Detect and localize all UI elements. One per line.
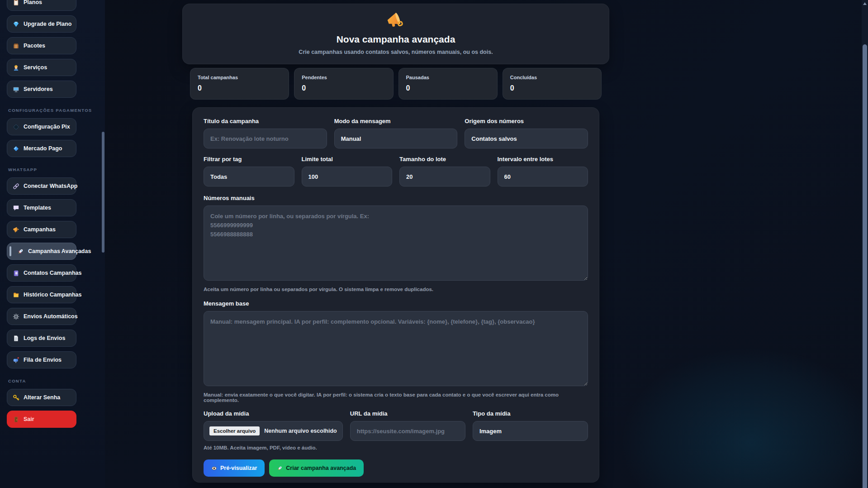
folder-icon (13, 292, 19, 298)
new-campaign-form: Título da campanha Modo da mensagem Manu… (192, 107, 599, 483)
sidebar-section-pagamentos: CONFIGURAÇÕES PAGAMENTOS (8, 108, 105, 113)
field-label: Título da campanha (204, 118, 327, 124)
app-root: { "colors": { "logout_red": "#dc2626", "… (0, 0, 868, 488)
rocket-icon (17, 248, 24, 255)
nav-item-label: Conectar WhatsApp (24, 183, 77, 189)
sidebar-scrollbar-thumb[interactable] (102, 132, 104, 253)
no-file-chosen-text: Nenhum arquivo escolhido (264, 428, 337, 434)
field-lote: Tamanho do lote (399, 156, 490, 187)
choose-file-button[interactable]: Escolher arquivo (209, 426, 260, 435)
batch-size-input[interactable] (399, 167, 490, 187)
preview-button-label: Pré-visualizar (220, 465, 257, 471)
stat-label: Pendentes (302, 75, 385, 80)
nav-item-label: Histórico Campanhas (24, 292, 82, 298)
megaphone-icon (386, 11, 405, 30)
sidebar-item-configuracao-pix[interactable]: Configuração Pix (7, 118, 76, 135)
message-mode-select[interactable]: Manual (334, 129, 458, 148)
stat-card-pendentes: Pendentes 0 (294, 68, 393, 100)
sidebar-item-logs-de-envios[interactable]: Logs de Envios (7, 330, 76, 347)
base-message-help: Manual: envia exatamente o que você digi… (204, 392, 588, 403)
stat-label: Pausadas (406, 75, 490, 80)
sidebar-item-fila-de-envios[interactable]: Fila de Envios (7, 351, 76, 368)
field-label: Tipo da mídia (473, 410, 588, 417)
field-label: Upload da mídia (204, 410, 343, 417)
nav-item-label: Campanhas (24, 226, 56, 233)
sidebar-item-templates[interactable]: Templates (7, 199, 76, 216)
base-message-textarea[interactable] (204, 311, 588, 386)
nav-item-label: Sair (24, 416, 34, 422)
mailbox-icon (13, 357, 19, 364)
nav-item-label: Templates (24, 205, 51, 211)
key-icon (13, 394, 19, 401)
field-label: Limite total (302, 156, 393, 163)
main-content: Nova campanha avançada Crie campanhas us… (182, 0, 609, 488)
stat-value: 0 (406, 84, 490, 92)
worker-icon (13, 64, 19, 71)
sidebar-item-historico-campanhas[interactable]: Histórico Campanhas (7, 286, 76, 303)
sidebar-item-planos[interactable]: Planos (7, 0, 76, 11)
tag-filter-select[interactable]: Todas (204, 167, 294, 187)
nav-item-label: Contatos Campanhas (24, 270, 82, 276)
base-message-label: Mensagem base (204, 300, 588, 307)
field-label: Tamanho do lote (399, 156, 490, 163)
scrollbar-up-arrow[interactable] (863, 2, 867, 5)
field-url: URL da mídia (350, 410, 465, 441)
nav-item-label: Campanhas Avançadas (28, 248, 91, 254)
sidebar-item-campanhas-avancadas[interactable]: Campanhas Avançadas (7, 243, 76, 260)
nav-item-label: Envios Automáticos (24, 313, 78, 320)
stat-label: Total campanhas (198, 75, 281, 80)
link-icon (13, 183, 19, 190)
gem-icon (13, 21, 19, 28)
contacts-book-icon (13, 270, 19, 277)
media-type-select[interactable]: Imagem (473, 421, 588, 441)
sidebar-item-conectar-whatsapp[interactable]: Conectar WhatsApp (7, 177, 76, 195)
field-origem: Origem dos números Contatos salvos (465, 118, 588, 148)
stat-value: 0 (198, 84, 281, 92)
field-label: Filtrar por tag (204, 156, 294, 163)
sidebar-item-envios-automaticos[interactable]: Envios Automáticos (7, 308, 76, 325)
sidebar-item-contatos-campanhas[interactable]: Contatos Campanhas (7, 264, 76, 282)
total-limit-input[interactable] (302, 167, 393, 187)
media-file-input[interactable]: Escolher arquivo Nenhum arquivo escolhid… (204, 421, 343, 441)
nav-item-label: Mercado Pago (24, 145, 62, 152)
field-label: Modo da mensagem (334, 118, 458, 124)
field-tipo: Tipo da mídia Imagem (473, 410, 588, 441)
rocket-icon (277, 465, 283, 471)
campaign-title-input[interactable] (204, 129, 327, 148)
sidebar-section-conta: CONTA (8, 378, 105, 383)
upload-help: Até 10MB. Aceita imagem, PDF, vídeo e áu… (204, 445, 588, 450)
numbers-origin-select[interactable]: Contatos salvos (465, 129, 588, 148)
main-scrollbar-thumb[interactable] (863, 44, 867, 488)
page-subtitle: Crie campanhas usando contatos salvos, n… (183, 49, 609, 55)
sidebar-item-upgrade-plano[interactable]: Upgrade de Plano (7, 15, 76, 33)
blue-diamond-icon (13, 145, 19, 152)
sidebar-section-whatsapp: WHATSAPP (8, 167, 105, 172)
megaphone-icon (13, 226, 19, 233)
monitor-icon (13, 86, 19, 93)
batch-interval-input[interactable] (498, 167, 588, 187)
nav-item-label: Upgrade de Plano (24, 21, 71, 27)
main-scrollbar[interactable] (862, 0, 868, 488)
stat-card-concluidas: Concluídas 0 (503, 68, 602, 100)
field-label: Intervalo entre lotes (498, 156, 588, 163)
sidebar-item-campanhas[interactable]: Campanhas (7, 221, 76, 238)
nav-item-label: Logs de Envios (24, 335, 65, 341)
media-url-input[interactable] (350, 421, 465, 441)
sidebar-item-alterar-senha[interactable]: Alterar Senha (7, 389, 76, 406)
sidebar: Planos Upgrade de Plano Pacotes Serviços… (0, 0, 105, 488)
stat-value: 0 (302, 84, 385, 92)
create-campaign-button[interactable]: Criar campanha avançada (269, 459, 364, 477)
sidebar-item-servidores[interactable]: Servidores (7, 81, 76, 98)
manual-numbers-textarea[interactable] (204, 206, 588, 281)
sidebar-item-pacotes[interactable]: Pacotes (7, 37, 76, 54)
door-icon (13, 416, 19, 423)
sidebar-item-servicos[interactable]: Serviços (7, 59, 76, 76)
nav-item-label: Planos (24, 0, 42, 5)
field-intervalo: Intervalo entre lotes (498, 156, 588, 187)
preview-button[interactable]: Pré-visualizar (204, 459, 265, 477)
sidebar-item-mercado-pago[interactable]: Mercado Pago (7, 140, 76, 157)
nav-item-label: Fila de Envios (24, 357, 62, 363)
sidebar-item-sair[interactable]: Sair (7, 411, 76, 428)
sidebar-nav: Planos Upgrade de Plano Pacotes Serviços… (0, 0, 105, 428)
stats-row: Total campanhas 0 Pendentes 0 Pausadas 0… (190, 68, 602, 100)
